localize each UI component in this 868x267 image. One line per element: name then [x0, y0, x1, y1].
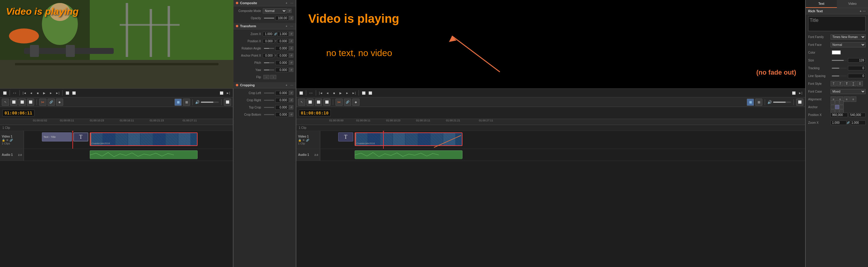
right-tool-marker[interactable]: ◆	[352, 99, 360, 106]
opacity-slider[interactable]	[264, 18, 274, 19]
yaw-reset[interactable]: ↺	[289, 68, 293, 72]
left-track-link[interactable]: 🔗	[9, 139, 13, 142]
right-next-frame-btn[interactable]: ►	[345, 90, 350, 95]
size-slider[interactable]	[832, 60, 847, 61]
font-style-bold[interactable]: T	[844, 81, 850, 86]
zoom-reset[interactable]: ↺	[289, 32, 293, 36]
right-playhead[interactable]	[383, 131, 384, 149]
crop-left-reset[interactable]: ↺	[289, 91, 293, 95]
right-track-lock[interactable]: 🔒	[298, 139, 301, 142]
left-monitor-btn[interactable]: ⬜	[2, 90, 7, 95]
left-t-clip[interactable]: T	[73, 132, 88, 141]
left-skip-fwd-btn[interactable]: ►|	[55, 90, 60, 95]
crop-top-value[interactable]: 0.000	[275, 105, 288, 110]
size-value[interactable]: 128	[848, 58, 866, 63]
right-skip-fwd-btn[interactable]: ►|	[351, 90, 356, 95]
crop-right-reset[interactable]: ↺	[289, 98, 293, 102]
right-tool-view2[interactable]: ▦	[755, 99, 762, 106]
flip-v-btn[interactable]: ↕	[270, 75, 276, 79]
zoom-text-y-value[interactable]: 1.000	[850, 121, 866, 125]
rotation-slider[interactable]	[264, 48, 274, 49]
zoom-x-value[interactable]: 1.000	[263, 32, 274, 36]
composite-section-header[interactable]: Composite + ⋯	[234, 0, 296, 6]
right-timecode[interactable]: 01:00:08:10	[299, 110, 331, 116]
right-play-btn[interactable]: ▶	[338, 90, 343, 95]
rich-text-add[interactable]: +	[860, 9, 861, 13]
right-audio-track-content[interactable]	[320, 149, 805, 161]
font-style-normal[interactable]: T	[831, 81, 837, 86]
font-family-select[interactable]: Times New Roman	[831, 34, 866, 39]
crop-top-reset[interactable]: ↺	[289, 105, 293, 109]
crop-left-slider[interactable]	[264, 92, 274, 94]
composite-add-btn[interactable]: +	[285, 1, 287, 5]
yaw-slider[interactable]	[264, 70, 274, 71]
line-spacing-value[interactable]: 0	[848, 74, 866, 78]
font-style-strikethrough[interactable]: T	[857, 81, 863, 86]
anchor-tc[interactable]	[835, 100, 839, 105]
font-case-select[interactable]: Mixed	[831, 89, 866, 94]
left-tool-settings[interactable]: ⬜	[224, 99, 231, 106]
position-reset[interactable]: ↺	[289, 39, 293, 43]
position-y-value[interactable]: 0.000	[277, 39, 288, 44]
right-tool-trim[interactable]: ⬜	[307, 99, 314, 106]
opacity-value[interactable]: 100.00	[275, 16, 288, 20]
right-video-track-content[interactable]: T	[320, 131, 805, 149]
tracking-value[interactable]: 0	[848, 66, 866, 71]
left-skip-back-btn[interactable]: |◄	[22, 90, 27, 95]
font-style-italic[interactable]: T	[837, 81, 843, 86]
left-tool-marker[interactable]: ◆	[56, 99, 63, 106]
cropping-section-header[interactable]: Cropping + ⋯	[234, 82, 296, 88]
right-monitor-btn[interactable]: ⬜	[299, 90, 304, 95]
transform-options-btn[interactable]: ⋯	[290, 25, 293, 28]
zoom-y-value[interactable]: 1.000	[277, 32, 288, 36]
rotation-value[interactable]: 0.000	[275, 46, 288, 51]
left-tool-link[interactable]: 🔗	[48, 99, 55, 106]
anchor-reset[interactable]: ↺	[289, 53, 293, 57]
left-clip-btn[interactable]: ⬜	[71, 90, 76, 95]
tab-video[interactable]: Video	[837, 0, 868, 8]
crop-left-value[interactable]: 0.000	[275, 91, 288, 95]
rich-text-options[interactable]: ⋯	[863, 9, 866, 13]
zoom-text-x-value[interactable]: 1.000	[831, 121, 846, 125]
crop-bottom-reset[interactable]: ↺	[289, 112, 293, 116]
left-video-clip[interactable]: CoasterJahr2016	[90, 132, 197, 146]
align-right-btn[interactable]: ≡	[844, 97, 850, 102]
pitch-slider[interactable]	[264, 62, 274, 63]
left-tool-delete[interactable]: ✂	[39, 99, 46, 106]
crop-bottom-slider[interactable]	[264, 114, 274, 115]
left-skip-end-btn[interactable]: ►|	[226, 90, 230, 95]
left-track-lock[interactable]: 🔒	[2, 139, 5, 142]
left-next-frame-btn[interactable]: ►	[49, 90, 53, 95]
pitch-value[interactable]: 0.000	[275, 60, 288, 65]
anchor-mr[interactable]	[840, 105, 844, 109]
right-tool-view1[interactable]: ▦	[747, 99, 754, 106]
anchor-mc[interactable]	[835, 105, 839, 109]
crop-top-slider[interactable]	[264, 107, 274, 108]
right-prev-frame-btn[interactable]: ◄	[325, 90, 330, 95]
right-stop-btn[interactable]: ■	[332, 90, 336, 95]
crop-right-value[interactable]: 0.000	[275, 98, 288, 103]
left-chevrons-btn[interactable]: ‹ ›	[12, 90, 17, 95]
left-audio-track-content[interactable]	[24, 149, 233, 161]
opacity-reset[interactable]: ↺	[289, 16, 293, 20]
left-video-track-content[interactable]: Text - Title T	[24, 131, 233, 149]
right-chevrons-btn[interactable]: ‹ ›	[309, 90, 313, 95]
left-prev-frame-btn[interactable]: ◄	[29, 90, 33, 95]
tracking-slider[interactable]	[832, 68, 847, 69]
left-fullscreen-btn[interactable]: ⬜	[219, 90, 224, 95]
right-tool-ripple[interactable]: ⬜	[315, 99, 322, 106]
position-x-text-value[interactable]: 960,000	[831, 113, 848, 117]
left-tool-view2[interactable]: ▦	[183, 99, 190, 106]
right-track-eye[interactable]: 👁	[302, 139, 305, 142]
right-volume-slider[interactable]	[773, 102, 791, 103]
composite-mode-reset[interactable]: ↺	[287, 9, 291, 13]
font-style-underline[interactable]: T	[850, 81, 856, 86]
left-playhead[interactable]	[72, 131, 73, 149]
right-loop-btn[interactable]: ⬜	[361, 90, 366, 95]
left-text-clip[interactable]: Text - Title	[42, 132, 72, 141]
right-tool-multi[interactable]: ⬜	[323, 99, 331, 106]
left-track-eye[interactable]: 👁	[6, 139, 9, 142]
right-audio-clip[interactable]	[355, 151, 462, 159]
position-x-value[interactable]: 0.000	[263, 39, 274, 44]
left-volume-slider[interactable]	[201, 102, 219, 103]
